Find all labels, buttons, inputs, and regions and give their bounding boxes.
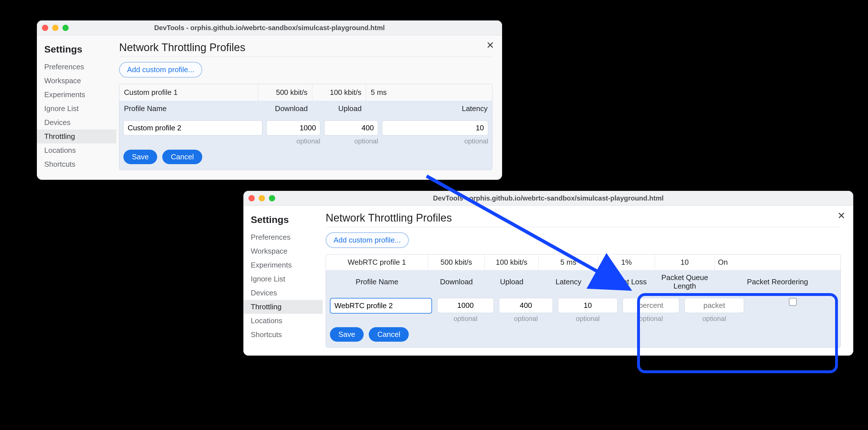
window-new: DevTools - orphis.github.io/webrtc-sandb… bbox=[243, 191, 853, 355]
sidebar-item-experiments[interactable]: Experiments bbox=[243, 258, 323, 272]
hdr-reordering: Packet Reordering bbox=[715, 275, 840, 290]
sidebar-item-devices[interactable]: Devices bbox=[243, 286, 323, 300]
sidebar-item-shortcuts[interactable]: Shortcuts bbox=[37, 157, 116, 171]
hdr-latency: Latency bbox=[366, 101, 492, 116]
hdr-queue-length: Packet Queue Length bbox=[655, 270, 715, 294]
save-button[interactable]: Save bbox=[123, 150, 157, 164]
close-icon[interactable]: ✕ bbox=[837, 211, 845, 221]
download-input[interactable] bbox=[266, 120, 320, 136]
hdr-packet-loss: Packet Loss bbox=[598, 275, 655, 290]
traffic-lights bbox=[42, 25, 69, 31]
profile-name: WebRTC profile 1 bbox=[326, 255, 428, 270]
zoom-dot-icon[interactable] bbox=[269, 195, 275, 201]
minimize-dot-icon[interactable] bbox=[52, 25, 58, 31]
sidebar-item-preferences[interactable]: Preferences bbox=[37, 60, 116, 74]
latency-input[interactable] bbox=[382, 120, 488, 136]
add-custom-profile-button[interactable]: Add custom profile... bbox=[326, 232, 409, 248]
profile-name-input[interactable] bbox=[123, 120, 262, 136]
upload-input[interactable] bbox=[324, 120, 378, 136]
window-title: DevTools - orphis.github.io/webrtc-sandb… bbox=[243, 194, 853, 202]
hdr-download: Download bbox=[258, 101, 312, 116]
download-input[interactable] bbox=[437, 298, 494, 313]
profile-queue-length: 10 bbox=[655, 255, 715, 270]
profile-download: 500 kbit/s bbox=[428, 255, 485, 270]
close-dot-icon[interactable] bbox=[248, 195, 255, 201]
download-hint: optional bbox=[437, 313, 494, 323]
latency-hint: optional bbox=[382, 136, 488, 145]
titlebar[interactable]: DevTools - orphis.github.io/webrtc-sandb… bbox=[243, 191, 853, 206]
hdr-profile-name: Profile Name bbox=[326, 274, 428, 290]
upload-input[interactable] bbox=[499, 298, 553, 313]
sidebar-item-ignore-list[interactable]: Ignore List bbox=[243, 272, 323, 286]
close-icon[interactable]: ✕ bbox=[486, 40, 494, 50]
packet-loss-input[interactable] bbox=[623, 298, 679, 313]
profile-upload: 100 kbit/s bbox=[485, 255, 539, 270]
download-hint: optional bbox=[266, 136, 320, 145]
sidebar-item-throttling[interactable]: Throttling bbox=[243, 300, 323, 314]
profile-latency: 5 ms bbox=[366, 84, 492, 101]
profiles-table: Custom profile 1 500 kbit/s 100 kbit/s 5… bbox=[119, 84, 492, 170]
page-title: Network Throttling Profiles bbox=[326, 212, 841, 227]
packet-loss-hint: optional bbox=[623, 313, 679, 323]
sidebar-title: Settings bbox=[243, 212, 323, 230]
minimize-dot-icon[interactable] bbox=[259, 195, 265, 201]
profile-latency: 5 ms bbox=[539, 255, 598, 270]
titlebar[interactable]: DevTools - orphis.github.io/webrtc-sandb… bbox=[37, 21, 502, 35]
sidebar-item-preferences[interactable]: Preferences bbox=[243, 230, 323, 244]
close-dot-icon[interactable] bbox=[42, 25, 48, 31]
profile-name: Custom profile 1 bbox=[119, 84, 258, 101]
profile-edit-row: optional optional optional Save bbox=[119, 116, 492, 170]
profile-upload: 100 kbit/s bbox=[312, 84, 366, 101]
window-old: DevTools - orphis.github.io/webrtc-sandb… bbox=[37, 21, 502, 180]
save-button[interactable]: Save bbox=[330, 327, 364, 342]
profile-row[interactable]: Custom profile 1 500 kbit/s 100 kbit/s 5… bbox=[119, 84, 492, 101]
column-headers: Profile Name Download Upload Latency Pac… bbox=[326, 270, 840, 294]
sidebar-item-shortcuts[interactable]: Shortcuts bbox=[243, 328, 323, 342]
hdr-upload: Upload bbox=[312, 101, 366, 116]
sidebar-item-locations[interactable]: Locations bbox=[37, 143, 116, 157]
window-title: DevTools - orphis.github.io/webrtc-sandb… bbox=[37, 24, 502, 32]
upload-hint: optional bbox=[499, 313, 553, 323]
sidebar-item-devices[interactable]: Devices bbox=[37, 116, 116, 130]
sidebar-item-workspace[interactable]: Workspace bbox=[243, 244, 323, 258]
profiles-table: WebRTC profile 1 500 kbit/s 100 kbit/s 5… bbox=[326, 254, 841, 348]
hdr-download: Download bbox=[428, 274, 485, 290]
packet-queue-input[interactable] bbox=[684, 298, 744, 313]
zoom-dot-icon[interactable] bbox=[62, 25, 69, 31]
page-title: Network Throttling Profiles bbox=[119, 41, 492, 57]
hdr-latency: Latency bbox=[539, 274, 598, 290]
upload-hint: optional bbox=[324, 136, 378, 145]
sidebar-item-locations[interactable]: Locations bbox=[243, 314, 323, 328]
profile-edit-row: optional optional optional optional bbox=[326, 294, 840, 347]
settings-sidebar: Settings Preferences Workspace Experimen… bbox=[37, 35, 116, 180]
hdr-profile-name: Profile Name bbox=[119, 101, 258, 116]
latency-hint: optional bbox=[558, 313, 618, 323]
settings-sidebar: Settings Preferences Workspace Experimen… bbox=[243, 206, 323, 350]
sidebar-item-workspace[interactable]: Workspace bbox=[37, 74, 116, 88]
profile-packet-loss: 1% bbox=[598, 255, 655, 270]
cancel-button[interactable]: Cancel bbox=[369, 327, 409, 342]
profile-row[interactable]: WebRTC profile 1 500 kbit/s 100 kbit/s 5… bbox=[326, 255, 840, 270]
cancel-button[interactable]: Cancel bbox=[162, 150, 202, 164]
sidebar-item-throttling[interactable]: Throttling bbox=[37, 130, 116, 143]
hdr-upload: Upload bbox=[485, 274, 539, 290]
add-custom-profile-button[interactable]: Add custom profile... bbox=[119, 62, 202, 78]
sidebar-title: Settings bbox=[37, 41, 116, 60]
sidebar-item-experiments[interactable]: Experiments bbox=[37, 88, 116, 102]
packet-reordering-checkbox[interactable] bbox=[789, 298, 797, 306]
latency-input[interactable] bbox=[558, 298, 618, 313]
packet-queue-hint: optional bbox=[684, 313, 744, 323]
sidebar-item-ignore-list[interactable]: Ignore List bbox=[37, 102, 116, 116]
profile-download: 500 kbit/s bbox=[258, 84, 312, 101]
profile-name-input[interactable] bbox=[330, 298, 432, 314]
profile-reordering: On bbox=[715, 255, 840, 270]
traffic-lights bbox=[248, 195, 275, 201]
column-headers: Profile Name Download Upload Latency bbox=[119, 101, 492, 116]
